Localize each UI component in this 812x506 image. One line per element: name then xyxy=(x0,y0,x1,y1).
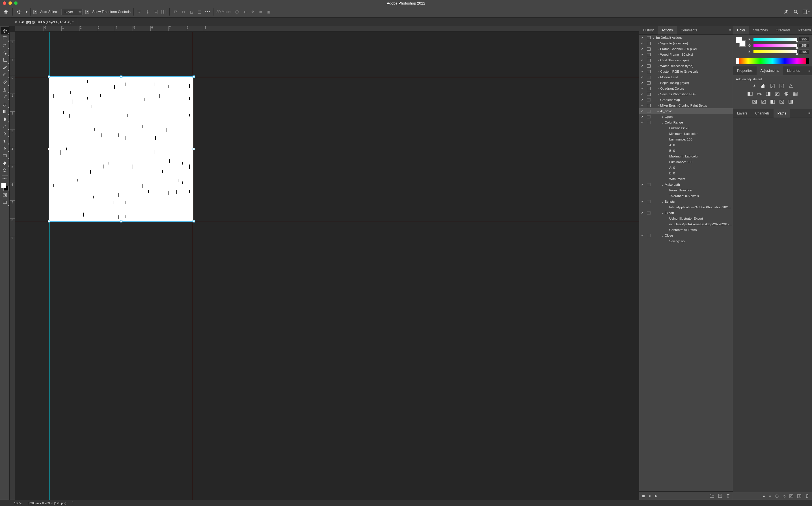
gradient-map-icon[interactable] xyxy=(788,99,794,105)
maximize-window-button[interactable] xyxy=(14,1,17,5)
chevron-down-icon[interactable]: ⌄ xyxy=(661,120,665,124)
color-swatches[interactable] xyxy=(1,182,9,191)
more-align-icon[interactable]: ••• xyxy=(205,10,211,14)
action-toggle-checkbox[interactable]: ✓ xyxy=(639,183,645,186)
transform-handle[interactable] xyxy=(120,220,123,223)
action-row[interactable]: Tolerance: 0.5 pixels xyxy=(639,193,733,199)
chevron-right-icon[interactable]: › xyxy=(656,47,660,51)
actions-list[interactable]: ✓⌄Default Actions✓›Vignette (selection)✓… xyxy=(639,35,733,491)
close-tab-icon[interactable]: × xyxy=(15,20,17,24)
transform-bounding-box[interactable] xyxy=(49,76,194,222)
curves-icon[interactable] xyxy=(770,83,776,89)
action-row[interactable]: ✓›Molten Lead xyxy=(639,74,733,80)
panel-menu-icon[interactable]: ≡ xyxy=(808,111,810,115)
move-tool-icon[interactable] xyxy=(15,8,23,15)
action-row[interactable]: From: Selection xyxy=(639,187,733,193)
transform-handle[interactable] xyxy=(192,148,195,150)
chevron-right-icon[interactable]: › xyxy=(656,59,660,62)
action-dialog-toggle[interactable] xyxy=(645,87,652,90)
action-row[interactable]: in: /Users/janfokkens/Desktop/20220201-C… xyxy=(639,221,733,227)
transform-handle[interactable] xyxy=(192,76,195,78)
tab-paths[interactable]: Paths xyxy=(774,109,790,117)
action-row[interactable]: Luminance: 100 xyxy=(639,159,733,165)
action-dialog-toggle[interactable] xyxy=(645,65,652,68)
zoom-tool[interactable] xyxy=(1,167,9,174)
chevron-right-icon[interactable]: › xyxy=(656,81,660,85)
action-row[interactable]: File: /Applications/Adobe Photoshop 2022… xyxy=(639,204,733,210)
chevron-down-icon[interactable]: ⌄ xyxy=(661,183,665,186)
screen-mode-icon[interactable] xyxy=(1,199,9,206)
chevron-right-icon[interactable]: › xyxy=(656,104,660,107)
action-toggle-checkbox[interactable]: ✓ xyxy=(639,234,645,238)
align-middle-icon[interactable] xyxy=(180,9,187,15)
align-right-icon[interactable] xyxy=(152,9,159,15)
tool-preset-dropdown-icon[interactable]: ▾ xyxy=(26,10,27,14)
align-top-icon[interactable] xyxy=(172,9,179,15)
chevron-right-icon[interactable]: › xyxy=(656,87,660,90)
tab-actions[interactable]: Actions xyxy=(658,26,676,34)
action-row[interactable]: ✓›Quadrant Colors xyxy=(639,86,733,91)
action-dialog-toggle[interactable] xyxy=(645,59,652,62)
exposure-icon[interactable] xyxy=(779,83,785,89)
close-window-button[interactable] xyxy=(3,1,6,5)
action-toggle-checkbox[interactable]: ✓ xyxy=(639,98,645,102)
transform-handle[interactable] xyxy=(48,76,50,78)
tab-color[interactable]: Color xyxy=(733,26,749,34)
path-to-selection-icon[interactable] xyxy=(775,494,779,498)
action-row[interactable]: ✓›Sepia Toning (layer) xyxy=(639,80,733,86)
edit-toolbar-icon[interactable]: ••• xyxy=(1,177,9,181)
action-toggle-checkbox[interactable]: ✓ xyxy=(639,109,645,113)
b-value[interactable]: 255 xyxy=(799,50,809,54)
minimize-window-button[interactable] xyxy=(8,1,12,5)
tab-properties[interactable]: Properties xyxy=(733,67,756,75)
transform-handle[interactable] xyxy=(192,220,195,223)
auto-select-target-dropdown[interactable]: Layer xyxy=(61,9,83,15)
selective-color-icon[interactable] xyxy=(779,99,785,105)
action-dialog-toggle[interactable] xyxy=(645,53,652,56)
action-row[interactable]: B: 0 xyxy=(639,148,733,154)
healing-brush-tool[interactable] xyxy=(1,71,9,79)
panel-menu-icon[interactable]: ≡ xyxy=(808,28,810,32)
action-row[interactable]: ✓›Vignette (selection) xyxy=(639,40,733,46)
action-dialog-toggle[interactable] xyxy=(645,104,652,107)
paths-panel-body[interactable] xyxy=(733,118,812,492)
quick-mask-icon[interactable] xyxy=(1,191,9,199)
brush-tool[interactable] xyxy=(1,93,9,101)
color-spectrum[interactable] xyxy=(736,58,809,64)
tab-history[interactable]: History xyxy=(639,26,658,34)
invert-icon[interactable] xyxy=(752,99,757,105)
panel-menu-icon[interactable]: ≡ xyxy=(808,69,810,73)
chevron-right-icon[interactable]: › xyxy=(656,64,660,68)
workspace-switcher-icon[interactable]: ▾ xyxy=(802,8,810,15)
action-toggle-checkbox[interactable]: ✓ xyxy=(639,70,645,74)
hue-sat-icon[interactable] xyxy=(747,91,753,97)
color-balance-icon[interactable] xyxy=(756,91,762,97)
action-toggle-checkbox[interactable]: ✓ xyxy=(639,81,645,85)
action-row[interactable]: ✓›Save as Photoshop PDF xyxy=(639,91,733,97)
delete-path-icon[interactable] xyxy=(805,494,809,498)
tab-layers[interactable]: Layers xyxy=(733,109,751,117)
crop-tool[interactable] xyxy=(1,57,9,64)
color-lookup-icon[interactable] xyxy=(793,91,798,97)
g-value[interactable]: 255 xyxy=(799,43,809,48)
action-row[interactable]: Luminance: 100 xyxy=(639,137,733,142)
action-toggle-checkbox[interactable]: ✓ xyxy=(639,199,645,203)
chevron-right-icon[interactable]: › xyxy=(656,98,660,101)
action-dialog-toggle[interactable] xyxy=(645,234,652,237)
fill-path-icon[interactable]: ● xyxy=(763,494,765,498)
gradient-tool[interactable] xyxy=(1,108,9,115)
action-toggle-checkbox[interactable]: ✓ xyxy=(639,86,645,90)
action-dialog-toggle[interactable] xyxy=(645,110,652,113)
action-dialog-toggle[interactable] xyxy=(645,212,652,215)
action-dialog-toggle[interactable] xyxy=(645,48,652,51)
action-dialog-toggle[interactable] xyxy=(645,42,652,45)
chevron-right-icon[interactable]: › xyxy=(661,115,665,118)
action-row[interactable]: ✓›Wood Frame - 50 pixel xyxy=(639,52,733,57)
quick-select-tool[interactable] xyxy=(1,49,9,57)
levels-icon[interactable] xyxy=(761,83,766,89)
tab-swatches[interactable]: Swatches xyxy=(749,26,772,34)
hand-tool[interactable] xyxy=(1,159,9,167)
transform-handle[interactable] xyxy=(48,148,50,150)
new-path-icon[interactable] xyxy=(797,494,801,498)
rectangle-tool[interactable] xyxy=(1,152,9,159)
